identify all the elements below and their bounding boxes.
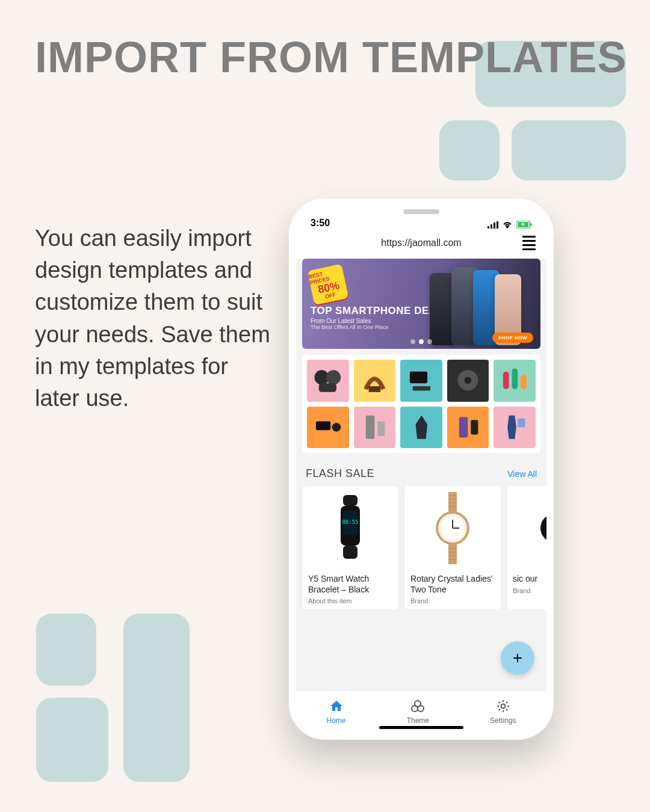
svg-rect-0 bbox=[488, 226, 489, 229]
deco-block bbox=[512, 120, 626, 180]
tab-home[interactable]: Home bbox=[327, 699, 346, 725]
svg-rect-12 bbox=[412, 387, 430, 391]
svg-rect-16 bbox=[512, 369, 518, 389]
product-name: Y5 Smart Watch Bracelet – Black bbox=[302, 570, 398, 595]
svg-rect-10 bbox=[369, 387, 380, 393]
product-image bbox=[507, 486, 546, 570]
phone-mockup: 3:50 https://jaomall.com BEST bbox=[289, 198, 554, 740]
svg-rect-24 bbox=[518, 419, 525, 428]
svg-point-19 bbox=[332, 423, 341, 432]
svg-rect-15 bbox=[503, 372, 509, 389]
category-tile[interactable] bbox=[307, 407, 349, 449]
deco-block bbox=[36, 698, 108, 782]
product-sub: About this item bbox=[302, 595, 398, 604]
category-tile[interactable] bbox=[400, 407, 442, 449]
svg-rect-11 bbox=[410, 372, 427, 383]
svg-rect-17 bbox=[521, 375, 527, 389]
deco-block bbox=[36, 614, 96, 686]
deco-block bbox=[439, 120, 500, 180]
section-header: FLASH SALE View All bbox=[296, 459, 546, 486]
category-tile[interactable] bbox=[494, 407, 536, 449]
badge-off: OFF bbox=[324, 292, 336, 300]
url-text: https://jaomall.com bbox=[320, 238, 522, 248]
phone-screen: 3:50 https://jaomall.com BEST bbox=[296, 206, 546, 733]
product-sub: Brand bbox=[507, 585, 546, 594]
home-icon bbox=[329, 699, 344, 715]
svg-rect-25 bbox=[343, 495, 358, 506]
svg-rect-6 bbox=[530, 223, 532, 226]
phone-notch bbox=[367, 206, 475, 223]
svg-rect-3 bbox=[497, 221, 498, 229]
svg-rect-9 bbox=[319, 384, 336, 393]
status-time: 3:50 bbox=[311, 218, 330, 229]
signal-icon bbox=[488, 221, 498, 229]
category-tile[interactable] bbox=[447, 407, 489, 449]
svg-rect-31 bbox=[448, 544, 457, 564]
tab-theme[interactable]: Theme bbox=[407, 699, 429, 725]
svg-rect-21 bbox=[377, 422, 385, 436]
product-cards[interactable]: 08:55 Y5 Smart Watch Bracelet – Black Ab… bbox=[296, 486, 546, 609]
category-tile[interactable] bbox=[354, 360, 396, 402]
tab-label: Settings bbox=[490, 716, 516, 725]
carousel-dots[interactable] bbox=[410, 339, 432, 344]
page-description: You can easily import design templates a… bbox=[35, 223, 276, 414]
app-content[interactable]: BEST PRICES 80% OFF TOP SMARTPHONE DEALS… bbox=[296, 259, 546, 691]
category-grid bbox=[302, 355, 540, 453]
category-tile[interactable] bbox=[400, 360, 442, 402]
svg-point-8 bbox=[326, 371, 341, 385]
menu-icon[interactable] bbox=[522, 236, 536, 250]
svg-rect-2 bbox=[494, 223, 495, 229]
product-name: sic our bbox=[507, 570, 546, 585]
category-tile[interactable] bbox=[354, 407, 396, 449]
theme-icon bbox=[410, 699, 425, 715]
view-all-link[interactable]: View All bbox=[507, 469, 537, 479]
battery-icon bbox=[516, 221, 532, 229]
product-card[interactable]: Rotary Crystal Ladies' Two Tone Brand: bbox=[404, 486, 501, 609]
svg-text:08:55: 08:55 bbox=[342, 519, 358, 525]
product-name: Rotary Crystal Ladies' Two Tone bbox=[404, 570, 501, 595]
svg-rect-23 bbox=[471, 420, 478, 434]
product-image bbox=[404, 486, 501, 570]
page-heading: IMPORT FROM TEMPLATES bbox=[35, 35, 627, 81]
tab-label: Home bbox=[327, 716, 346, 725]
wifi-icon bbox=[502, 221, 513, 229]
svg-rect-18 bbox=[316, 422, 330, 431]
fab-add-button[interactable]: + bbox=[501, 641, 534, 675]
gear-icon bbox=[496, 699, 510, 715]
svg-rect-22 bbox=[459, 417, 468, 437]
tab-label: Theme bbox=[407, 716, 429, 725]
section-title: FLASH SALE bbox=[306, 467, 374, 480]
svg-rect-1 bbox=[491, 224, 492, 229]
svg-rect-30 bbox=[448, 492, 457, 512]
product-card[interactable]: sic our Brand bbox=[507, 486, 546, 609]
tab-settings[interactable]: Settings bbox=[490, 699, 516, 725]
url-bar: https://jaomall.com bbox=[296, 230, 546, 259]
shop-now-button[interactable]: SHOP NOW bbox=[492, 333, 533, 343]
home-indicator bbox=[379, 726, 463, 729]
svg-rect-29 bbox=[343, 546, 358, 559]
product-sub: Brand: bbox=[404, 595, 501, 604]
deco-block bbox=[123, 614, 190, 782]
svg-rect-20 bbox=[366, 416, 375, 439]
product-image: 08:55 bbox=[302, 486, 398, 570]
svg-point-50 bbox=[501, 704, 505, 709]
svg-point-44 bbox=[540, 514, 546, 543]
discount-badge: BEST PRICES 80% OFF bbox=[308, 264, 349, 306]
category-tile[interactable] bbox=[307, 360, 349, 402]
category-tile[interactable] bbox=[447, 360, 489, 402]
hero-banner[interactable]: BEST PRICES 80% OFF TOP SMARTPHONE DEALS… bbox=[302, 259, 540, 349]
svg-point-48 bbox=[412, 706, 418, 712]
svg-point-49 bbox=[418, 706, 424, 712]
svg-point-14 bbox=[465, 377, 472, 384]
product-card[interactable]: 08:55 Y5 Smart Watch Bracelet – Black Ab… bbox=[302, 486, 398, 609]
category-tile[interactable] bbox=[494, 360, 536, 402]
